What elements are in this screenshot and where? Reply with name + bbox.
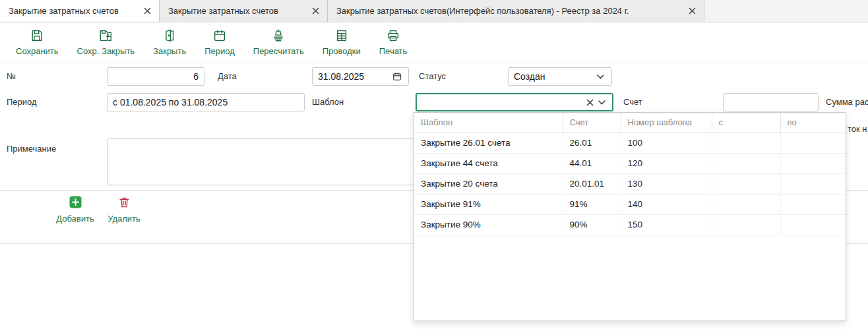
cell-template: Закрытие 91% [414,194,563,214]
delete-row-button[interactable]: Удалить [103,196,145,224]
cell-from [712,153,780,173]
status-value: Создан [514,71,594,82]
note-textarea[interactable] [107,138,450,185]
delete-label: Удалить [108,214,140,224]
cell-from [712,133,780,153]
calendar-picker-icon[interactable] [391,71,403,82]
account-input[interactable] [723,93,819,111]
cell-to [780,133,846,153]
sum-label-clipped: Сумма рас [826,93,868,111]
cell-account: 20.01.01 [563,173,621,194]
cell-from [712,173,780,194]
note-label: Примечание [7,142,56,156]
template-row[interactable]: Закрытие 26.01 счета 26.01 100 [414,133,846,153]
add-icon [69,196,82,211]
add-row-button[interactable]: Добавить [54,196,96,224]
template-table-header: Шаблон Счет Номер шаблона с по [414,113,846,133]
cell-template: Закрытие 20 счета [414,173,563,194]
period-button[interactable]: Период [204,27,235,56]
template-row[interactable]: Закрытие 91% 91% 140 [414,194,846,214]
template-combobox[interactable] [416,93,613,111]
cell-from [712,194,780,214]
cell-template-number: 150 [621,214,712,235]
template-input[interactable] [421,96,584,108]
number-input[interactable] [107,67,204,86]
chevron-down-icon[interactable] [594,71,606,82]
add-label: Добавить [56,214,94,224]
delete-icon [118,196,131,211]
save-icon [30,27,44,44]
main-toolbar: Сохранить Сохр. Закрыть Закрыть Период П… [0,22,868,63]
close-button[interactable]: Закрыть [153,27,186,56]
postings-grid-icon [334,27,349,44]
save-button[interactable]: Сохранить [16,27,59,56]
template-dropdown-panel: Шаблон Счет Номер шаблона с по Закрытие … [414,112,846,321]
cell-to [780,214,846,235]
save-label: Сохранить [16,46,59,56]
date-label: Дата [218,67,237,86]
close-icon[interactable] [142,6,152,16]
cell-account: 44.01 [563,153,621,173]
template-row[interactable]: Закрытие 90% 90% 150 [414,214,846,235]
status-label: Статус [419,67,446,86]
tab-register-2024[interactable]: Закрытие затратных счетов(Интерфейс поль… [328,0,704,22]
date-input[interactable]: 31.08.2025 [312,67,409,86]
clear-icon[interactable] [584,96,596,108]
cell-to [780,173,846,194]
account-label: Счет [623,93,642,111]
app-window: Закрытие затратных счетов Закрытие затра… [0,0,868,335]
number-label: № [7,67,16,86]
save-close-button[interactable]: Сохр. Закрыть [77,27,135,56]
recalculate-icon [271,27,286,44]
template-table: Шаблон Счет Номер шаблона с по Закрытие … [414,113,846,235]
cell-template: Закрытие 44 счета [414,153,563,173]
calendar-icon [212,27,227,44]
period-label: Период [204,46,235,56]
print-label: Печать [379,46,408,56]
tab-label: Закрытие затратных счетов(Интерфейс поль… [336,6,677,16]
col-account: Счет [563,113,621,133]
template-label: Шаблон [312,93,344,111]
tab-close-expense-accounts-2[interactable]: Закрытие затратных счетов [160,0,328,22]
cell-template-number: 120 [621,153,712,173]
cell-template: Закрытие 90% [414,214,563,235]
cell-to [780,153,846,173]
chevron-down-icon[interactable] [596,96,607,108]
date-value: 31.08.2025 [318,71,391,82]
postings-label: Проводки [323,46,361,56]
close-icon[interactable] [310,6,321,16]
close-icon[interactable] [687,6,697,16]
tab-label: Закрытие затратных счетов [168,6,301,16]
template-row[interactable]: Закрытие 44 счета 44.01 120 [414,153,846,173]
save-close-label: Сохр. Закрыть [77,46,135,56]
close-door-icon [162,27,177,44]
col-template-number: Номер шаблона [621,113,712,133]
cell-template-number: 130 [621,173,712,194]
tab-label: Закрытие затратных счетов [9,6,133,16]
cell-from [712,214,780,235]
col-to: по [780,113,846,133]
cell-template-number: 140 [621,194,712,214]
cell-account: 26.01 [563,133,621,153]
template-row[interactable]: Закрытие 20 счета 20.01.01 130 [414,173,846,194]
tab-close-expense-accounts-1[interactable]: Закрытие затратных счетов [0,0,160,22]
close-label: Закрыть [153,46,186,56]
save-close-icon [98,27,113,44]
right-clipped-label: ток н [848,120,867,138]
cell-template-number: 100 [621,133,712,153]
cell-account: 90% [563,214,621,235]
col-template: Шаблон [414,113,563,133]
printer-icon [386,27,400,44]
period-field-label: Период [7,93,37,111]
print-button[interactable]: Печать [379,27,408,56]
postings-button[interactable]: Проводки [323,27,361,56]
cell-template: Закрытие 26.01 счета [414,133,563,153]
period-input[interactable] [107,93,305,111]
tab-bar: Закрытие затратных счетов Закрытие затра… [0,0,868,22]
col-from: с [712,113,780,133]
cell-account: 91% [563,194,621,214]
cell-to [780,194,846,214]
recalculate-label: Пересчитать [253,46,304,56]
status-select[interactable]: Создан [508,67,612,86]
recalculate-button[interactable]: Пересчитать [253,27,304,56]
